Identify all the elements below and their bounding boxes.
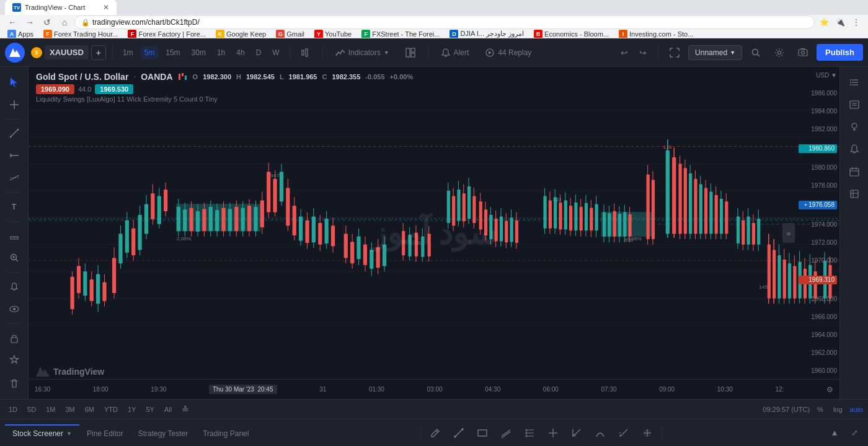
period-1d[interactable]: 1D [5,404,21,414]
right-ideas-btn[interactable] [844,116,865,138]
chart-type-button[interactable] [296,43,316,63]
svg-text:3.06%: 3.06% [627,236,642,241]
bookmark-icon[interactable]: ⭐ [817,15,831,29]
text-tool[interactable]: T [4,196,25,217]
svg-line-311 [455,429,463,437]
star-tool[interactable] [4,349,25,370]
right-watchlist-btn[interactable] [844,72,865,93]
parallel-channel-tool[interactable] [4,167,25,188]
crosshair-tool[interactable] [4,94,25,115]
lock-tool[interactable] [4,328,25,349]
bookmark-label: Forex Factory | Fore... [138,30,206,38]
timeframe-30m[interactable]: 30m [188,46,210,59]
timeframe-w[interactable]: W [268,46,283,59]
expand-button[interactable]: » [782,223,795,243]
indicators-button[interactable]: Indicators ▼ [329,45,396,60]
drawing-tool-pencil[interactable] [425,422,446,444]
fullscreen-button[interactable] [665,43,684,63]
alert-label: Alert [454,48,469,57]
tab-pine-editor[interactable]: Pine Editor [79,424,131,442]
horizontal-line-tool[interactable] [4,145,25,166]
tab-stock-screener[interactable]: Stock Screener ▼ [5,424,79,442]
drawing-tool-arc[interactable] [590,422,611,444]
replay-button[interactable]: 44 Replay [479,45,538,60]
bookmark-apps[interactable]: A Apps [5,30,36,38]
drawing-tool-rect[interactable] [472,422,493,444]
period-5d[interactable]: 5D [24,404,40,414]
right-calendar-btn[interactable] [844,161,865,182]
alert-tool[interactable] [4,276,25,297]
bookmark-djia[interactable]: D DJIA I... امروز جاودجر [447,30,526,38]
log-toggle[interactable]: log [831,404,845,414]
watch-tool[interactable] [4,299,25,320]
timeframe-4h[interactable]: 4h [232,46,248,59]
home-button[interactable]: ⌂ [57,15,72,30]
bottom-collapse-btn[interactable]: ▲ [826,424,843,442]
browser-tab[interactable]: TV TradingView - Chart ✕ [5,0,117,15]
high-value: 1982.545 [246,73,275,81]
bookmark-bloomberg[interactable]: B Economics - Bloom... [531,30,611,38]
bookmark-gmail[interactable]: G Gmail [273,30,307,38]
period-compare[interactable]: ≙ [178,403,193,416]
drawing-tool-fib[interactable] [519,422,540,444]
chart-container[interactable]: Gold Spot / U.S. Dollar · OANDA O 1982.3… [29,67,839,399]
unnamed-button[interactable]: Unnamed ▼ [688,45,742,60]
percent-toggle[interactable]: % [815,404,826,414]
settings-button[interactable] [769,43,789,63]
drawing-tool-parallel[interactable] [495,422,516,444]
time-label-1030: 10:30 [717,386,733,393]
address-bar[interactable]: 🔒 tradingview.com/chart/bCk1ftpD/ [74,15,815,29]
redo-button[interactable]: ↪ [634,44,652,61]
period-3m[interactable]: 3M [61,404,78,414]
chart-svg[interactable]: 347 [29,67,839,379]
period-6m[interactable]: 6M [81,404,98,414]
timeframe-1h[interactable]: 1h [213,46,229,59]
drawing-tool-measure-risk[interactable] [637,422,658,444]
bookmark-youtube[interactable]: Y YouTube [312,30,354,38]
forward-button[interactable]: → [22,15,37,30]
period-1y[interactable]: 1Y [124,404,140,414]
extension-icon[interactable]: 🔌 [833,15,847,29]
alert-button[interactable]: Alert [435,45,476,60]
timeframe-d[interactable]: D [252,46,265,59]
back-button[interactable]: ← [5,15,20,30]
drawing-tool-line[interactable] [448,422,469,444]
period-all[interactable]: All [161,404,175,414]
bookmark-forex-factory[interactable]: F Forex Factory | Fore... [125,30,208,38]
auto-toggle[interactable]: auto [850,406,863,413]
bottom-expand-btn[interactable]: ⤢ [846,424,863,442]
timeframe-5m[interactable]: 5m [141,46,159,59]
undo-button[interactable]: ↩ [616,44,633,61]
right-data-window-btn[interactable] [844,183,865,204]
tab-trading-panel[interactable]: Trading Panel [195,424,256,442]
add-symbol-button[interactable]: + [91,45,106,60]
time-settings-icon[interactable]: ⚙ [826,385,833,394]
right-alerts-btn[interactable] [844,139,865,160]
measure-tool[interactable] [4,225,25,247]
tab-strategy-tester[interactable]: Strategy Tester [131,424,195,442]
zoom-tool[interactable] [4,247,25,268]
timeframe-1m[interactable]: 1m [119,46,137,59]
period-1m[interactable]: 1M [42,404,59,414]
menu-icon[interactable]: ⋮ [849,15,863,29]
timeframe-15m[interactable]: 15m [162,46,184,59]
publish-button[interactable]: Publish [817,44,863,61]
drawing-tool-angle[interactable] [566,422,587,444]
refresh-button[interactable]: ↺ [40,15,55,30]
period-5y[interactable]: 5Y [142,404,157,414]
right-news-btn[interactable] [844,94,865,115]
symbol-button[interactable]: XAUUSD [45,45,89,59]
cursor-tool[interactable] [4,72,25,93]
trend-line-tool[interactable] [4,123,25,144]
trash-tool[interactable] [4,373,25,394]
period-ytd[interactable]: YTD [100,404,122,414]
bookmark-investing[interactable]: I Investing.com - Sto... [616,30,696,38]
bookmark-fxstreet[interactable]: F FXStreet - The Forei... [359,30,442,38]
bookmark-forex-hours[interactable]: F Forex Trading Hour... [41,30,120,38]
layout-button[interactable] [399,45,422,60]
drawing-tool-cross[interactable] [542,422,564,444]
drawing-tool-trend-angle[interactable] [613,422,634,444]
snapshot-button[interactable] [793,43,813,63]
bookmark-google-keep[interactable]: K Google Keep [213,30,268,38]
search-button[interactable] [746,43,766,63]
